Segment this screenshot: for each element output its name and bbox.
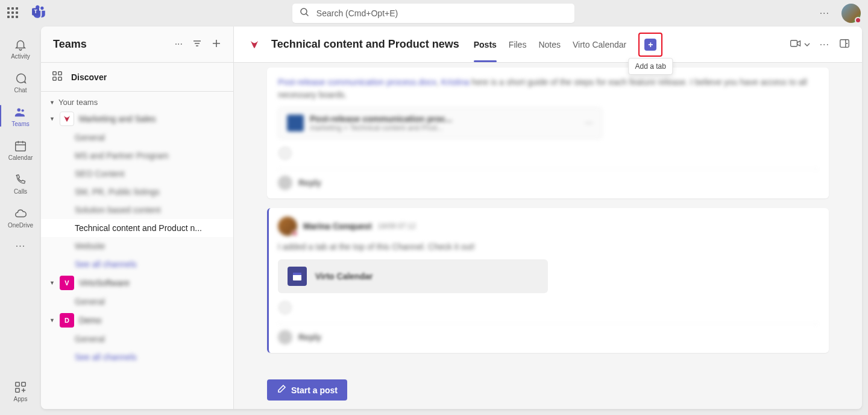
your-teams-header[interactable]: ▼Your teams	[41, 92, 233, 109]
chat-icon	[13, 71, 28, 86]
chevron-down-icon	[804, 39, 810, 50]
app-launcher-icon[interactable]	[7, 7, 19, 19]
post-timestamp: 18/09 07:12	[378, 222, 416, 230]
channel-row[interactable]: General	[41, 330, 233, 348]
search-input[interactable]	[316, 8, 567, 18]
team-row-demo[interactable]: ▼ D Demo	[41, 311, 233, 330]
global-search[interactable]	[292, 4, 574, 23]
channel-row[interactable]: SM, PR, Public listings	[41, 183, 233, 201]
cloud-icon	[13, 206, 28, 221]
rail-teams[interactable]: Teams	[0, 99, 41, 133]
see-all-channels-link[interactable]: See all channels	[41, 348, 233, 366]
avatar-icon	[278, 330, 292, 344]
svg-rect-23	[58, 77, 61, 80]
calendar-icon	[13, 139, 28, 153]
avatar-icon	[278, 176, 292, 190]
team-avatar-icon: V	[60, 276, 74, 290]
settings-more-icon[interactable]: ···	[820, 8, 829, 19]
rail-onedrive[interactable]: OneDrive	[0, 200, 41, 234]
rail-chat[interactable]: Chat	[0, 65, 41, 99]
start-post-button[interactable]: Start a post	[267, 379, 347, 401]
rail-activity[interactable]: Activity	[0, 31, 41, 65]
sidebar-title: Teams	[53, 38, 175, 51]
phone-icon	[13, 173, 28, 187]
reaction-chip[interactable]	[278, 300, 292, 315]
channel-title: Technical content and Product news	[271, 38, 459, 51]
team-avatar-icon	[60, 112, 74, 126]
discover-button[interactable]: Discover	[41, 63, 233, 92]
apps-icon	[13, 380, 28, 394]
channel-row[interactable]: MS and Partner Program	[41, 147, 233, 165]
bell-icon	[13, 37, 28, 52]
svg-rect-20	[53, 72, 56, 75]
add-tab-button[interactable]: +	[642, 36, 659, 53]
discover-icon	[52, 71, 63, 83]
word-doc-icon	[287, 115, 304, 131]
svg-rect-12	[16, 388, 19, 391]
virto-calendar-icon	[288, 267, 307, 286]
user-avatar-icon	[278, 217, 297, 236]
svg-rect-22	[53, 77, 56, 80]
channel-more-icon[interactable]: ···	[820, 39, 829, 50]
sidebar-more-icon[interactable]: ···	[175, 39, 183, 51]
plus-icon: +	[644, 39, 656, 51]
team-row-virtosoftware[interactable]: ▼ V VirtoSoftware	[41, 273, 233, 293]
tab-virto-calendar[interactable]: Virto Calendar	[573, 27, 626, 62]
post-card: Post-release communication process.docx,…	[267, 68, 829, 198]
tab-notes[interactable]: Notes	[538, 27, 561, 62]
meet-button[interactable]	[790, 37, 810, 52]
teams-logo-icon[interactable]: T	[31, 4, 47, 22]
svg-rect-21	[58, 72, 61, 75]
tab-posts[interactable]: Posts	[474, 27, 497, 62]
tab-card-attachment[interactable]: Virto Calendar	[278, 259, 548, 293]
reply-button[interactable]: Reply	[278, 323, 818, 344]
filter-icon[interactable]	[192, 39, 202, 51]
create-team-icon[interactable]	[212, 39, 221, 51]
compose-icon	[277, 384, 286, 396]
add-tab-tooltip: Add a tab	[629, 58, 673, 75]
app-rail: Activity Chat Teams Calendar Calls OneDr…	[0, 27, 41, 415]
svg-rect-6	[16, 142, 26, 151]
open-pane-icon[interactable]	[839, 38, 850, 51]
reply-button[interactable]: Reply	[278, 169, 818, 190]
post-card: Marina Conquest 18/09 07:12 I added a ta…	[267, 208, 829, 353]
tab-files[interactable]: Files	[509, 27, 527, 62]
channel-header: Technical content and Product news Posts…	[234, 27, 862, 63]
rail-calendar[interactable]: Calendar	[0, 133, 41, 166]
svg-point-5	[22, 109, 24, 112]
svg-rect-10	[16, 382, 19, 385]
see-all-channels-link[interactable]: See all channels	[41, 255, 233, 273]
channel-row-selected[interactable]: Technical content and Product n...	[41, 219, 233, 237]
rail-calls[interactable]: Calls	[0, 166, 41, 200]
attachment-more-icon[interactable]: ···	[585, 118, 593, 128]
posts-list: Post-release communication process.docx,…	[234, 63, 862, 409]
people-icon	[13, 105, 28, 119]
team-avatar-icon: D	[60, 313, 74, 328]
rail-apps[interactable]: Apps	[0, 374, 41, 408]
channel-avatar-icon	[246, 36, 263, 53]
user-avatar[interactable]	[841, 4, 861, 23]
svg-rect-11	[22, 382, 25, 385]
channel-row[interactable]: Website	[41, 237, 233, 255]
reaction-chip[interactable]	[278, 146, 292, 160]
channel-row[interactable]: Solution based content	[41, 201, 233, 219]
channel-row[interactable]: General	[41, 293, 233, 311]
svg-line-3	[306, 14, 308, 16]
post-author: Marina Conquest	[303, 221, 372, 231]
video-icon	[790, 37, 802, 52]
teams-sidebar: Teams ··· Discover ▼Your teams ▼ Marketi…	[41, 27, 234, 409]
svg-rect-24	[790, 40, 797, 46]
add-tab-highlight: + Add a tab	[638, 33, 662, 57]
channel-row[interactable]: SEO Content	[41, 165, 233, 183]
svg-rect-30	[293, 273, 301, 275]
svg-text:T: T	[34, 8, 37, 14]
svg-point-4	[17, 108, 21, 112]
file-attachment[interactable]: Post-release communication proc... marke…	[278, 107, 602, 139]
team-row-marketing[interactable]: ▼ Marketing and Sales	[41, 109, 233, 128]
presence-busy-icon	[855, 17, 861, 24]
search-icon	[300, 7, 309, 19]
svg-rect-25	[840, 39, 849, 47]
rail-more-icon[interactable]: ···	[0, 234, 41, 258]
channel-row[interactable]: General	[41, 128, 233, 147]
